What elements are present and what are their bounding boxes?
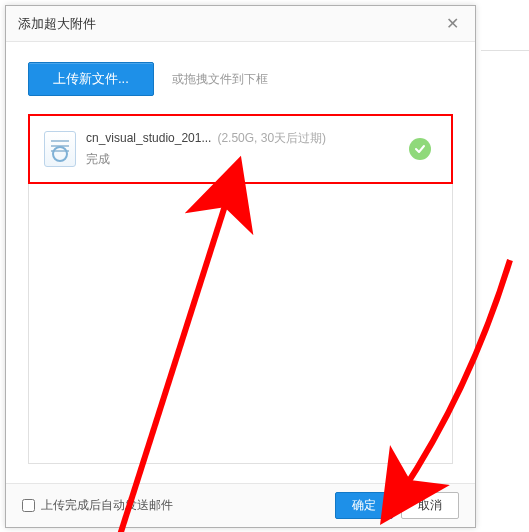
auto-send-label: 上传完成后自动发送邮件: [41, 497, 173, 514]
cancel-button[interactable]: 取消: [401, 492, 459, 519]
file-item[interactable]: cn_visual_studio_201... (2.50G, 30天后过期) …: [28, 114, 453, 184]
file-name: cn_visual_studio_201...: [86, 131, 211, 145]
upload-row: 上传新文件... 或拖拽文件到下框: [28, 62, 453, 96]
upload-new-file-button[interactable]: 上传新文件...: [28, 62, 154, 96]
close-icon[interactable]: ✕: [442, 16, 463, 32]
file-meta: (2.50G, 30天后过期): [217, 130, 326, 147]
file-status: 完成: [86, 151, 399, 168]
drag-hint-label: 或拖拽文件到下框: [172, 71, 268, 88]
file-drop-area[interactable]: cn_visual_studio_201... (2.50G, 30天后过期) …: [28, 114, 453, 464]
auto-send-checkbox-input[interactable]: [22, 499, 35, 512]
large-attachment-dialog: 添加超大附件 ✕ 上传新文件... 或拖拽文件到下框 cn_visual_stu…: [5, 5, 476, 528]
complete-check-icon: [409, 138, 431, 160]
ok-button[interactable]: 确定: [335, 492, 393, 519]
file-type-icon: [44, 131, 76, 167]
dialog-body: 上传新文件... 或拖拽文件到下框 cn_visual_studio_201..…: [6, 42, 475, 483]
file-info: cn_visual_studio_201... (2.50G, 30天后过期) …: [86, 130, 399, 168]
dialog-footer: 上传完成后自动发送邮件 确定 取消: [6, 483, 475, 527]
dialog-header: 添加超大附件 ✕: [6, 6, 475, 42]
auto-send-checkbox[interactable]: 上传完成后自动发送邮件: [22, 497, 173, 514]
dialog-title: 添加超大附件: [18, 15, 96, 33]
